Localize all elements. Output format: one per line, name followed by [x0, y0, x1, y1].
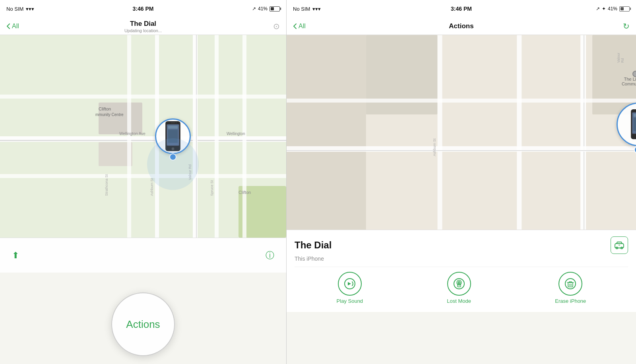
- map-area-left: Clifton mmunity Centre Wellington Ave We…: [0, 35, 286, 238]
- svg-rect-37: [634, 114, 636, 117]
- battery-fill-left: [271, 7, 274, 10]
- back-button-left[interactable]: All: [6, 23, 19, 30]
- svg-rect-17: [168, 126, 178, 129]
- actions-button[interactable]: Actions: [111, 292, 175, 356]
- directions-button[interactable]: [611, 236, 628, 254]
- left-phone: No SIM ▾▾▾ 3:46 PM ↗ 41% All The Dial Up…: [0, 0, 286, 364]
- play-sound-icon: [344, 278, 356, 290]
- nav-title-right: Actions: [449, 22, 473, 30]
- car-icon: [614, 241, 624, 249]
- map-area-right: Valour Rd Ashburn St The Living Christ C…: [287, 35, 636, 230]
- battery-pct-right: 41%: [608, 6, 617, 12]
- nav-title-left: The Dial: [124, 20, 162, 28]
- map-svg-right: [287, 35, 636, 230]
- nav-subtitle-left: Updating location...: [124, 28, 162, 33]
- map-svg-left: [0, 35, 286, 238]
- play-sound-item[interactable]: Play Sound: [337, 272, 363, 304]
- location-icon-left: ↗: [252, 6, 256, 12]
- location-radius-left: [147, 138, 199, 190]
- svg-rect-25: [287, 35, 366, 229]
- info-button-left[interactable]: ⓘ: [266, 250, 274, 261]
- svg-rect-12: [0, 95, 286, 99]
- nav-bar-right: All Actions ↻: [287, 17, 636, 35]
- device-info-panel: The Dial This iPhone: [287, 230, 636, 312]
- device-marker-right: [617, 103, 636, 154]
- actions-button-container: Actions: [111, 292, 175, 356]
- svg-rect-27: [580, 35, 586, 229]
- action-buttons-row: Play Sound Lost Mode: [295, 267, 628, 312]
- device-marker-left: [155, 118, 191, 161]
- status-right-left: ↗ 41%: [252, 6, 280, 12]
- svg-rect-46: [619, 244, 620, 246]
- church-marker: [632, 71, 636, 77]
- back-label-right: All: [299, 23, 306, 30]
- location-dot-right: [634, 145, 636, 154]
- battery-pct-left: 41%: [258, 6, 268, 12]
- back-label-left: All: [12, 23, 19, 30]
- svg-rect-32: [287, 150, 636, 151]
- status-right-right: ↗ ✦ 41%: [596, 6, 630, 12]
- wifi-icon-right: ▾▾▾: [312, 6, 321, 12]
- svg-rect-26: [366, 35, 438, 114]
- device-subtitle: This iPhone: [295, 256, 628, 262]
- time-right: 3:46 PM: [451, 6, 472, 12]
- svg-rect-9: [215, 35, 219, 238]
- erase-iphone-item[interactable]: Erase iPhone: [555, 272, 586, 304]
- play-sound-label: Play Sound: [337, 298, 363, 304]
- battery-icon-left: [270, 6, 280, 12]
- location-icon-right: ↗: [596, 6, 600, 12]
- iphone-icon-right: [628, 108, 636, 140]
- battery-fill-right: [620, 7, 624, 10]
- nav-bar-left: All The Dial Updating location... ⊙: [0, 17, 286, 35]
- carrier-left: No SIM: [6, 6, 23, 12]
- time-left: 3:46 PM: [133, 6, 154, 12]
- back-chevron-right: [293, 23, 297, 29]
- device-circle-right: [617, 103, 636, 146]
- carrier-right: No SIM: [293, 6, 310, 12]
- wifi-icon-left: ▾▾▾: [26, 6, 34, 12]
- loading-spinner-left: ⊙: [273, 21, 280, 31]
- svg-rect-7: [196, 35, 197, 238]
- svg-rect-13: [0, 174, 286, 178]
- lost-mode-circle: [447, 272, 471, 296]
- lost-mode-label: Lost Mode: [447, 298, 471, 304]
- svg-rect-33: [287, 99, 636, 103]
- lost-mode-item[interactable]: Lost Mode: [447, 272, 471, 304]
- svg-rect-28: [584, 35, 584, 229]
- nav-right-right[interactable]: ↻: [623, 21, 630, 31]
- svg-point-52: [459, 285, 460, 286]
- erase-iphone-label: Erase iPhone: [555, 298, 586, 304]
- status-bar-left: No SIM ▾▾▾ 3:46 PM ↗ 41%: [0, 0, 286, 17]
- svg-rect-11: [127, 35, 131, 238]
- svg-rect-2: [99, 103, 142, 134]
- svg-rect-29: [517, 35, 522, 229]
- bottom-bar-left: ⬆ ⓘ: [0, 238, 286, 273]
- svg-rect-21: [171, 122, 175, 123]
- device-name-row: The Dial: [295, 236, 628, 254]
- status-left-right: No SIM ▾▾▾: [293, 6, 321, 12]
- right-phone: No SIM ▾▾▾ 3:46 PM ↗ ✦ 41% All Actions ↻: [286, 0, 636, 364]
- map-label-church: The Living Christ Community Church: [620, 77, 636, 86]
- play-sound-circle: [338, 272, 362, 296]
- svg-point-22: [176, 122, 177, 124]
- battery-icon-right: [619, 6, 630, 12]
- device-name: The Dial: [295, 240, 332, 251]
- actions-button-label: Actions: [126, 318, 160, 331]
- refresh-icon[interactable]: ↻: [623, 22, 630, 31]
- nav-right-left: ⊙: [273, 21, 280, 31]
- svg-rect-10: [242, 35, 246, 238]
- svg-rect-6: [193, 35, 198, 238]
- bluetooth-icon-right: ✦: [602, 6, 606, 12]
- svg-rect-30: [438, 35, 442, 229]
- svg-rect-38: [634, 118, 636, 131]
- back-chevron-left: [6, 23, 10, 29]
- erase-iphone-circle: [558, 272, 582, 296]
- location-button-left[interactable]: ⬆: [12, 250, 19, 261]
- erase-icon: [564, 278, 576, 290]
- lost-mode-icon: [453, 278, 465, 290]
- back-button-right[interactable]: All: [293, 23, 306, 30]
- status-left: No SIM ▾▾▾: [6, 6, 34, 12]
- status-bar-right: No SIM ▾▾▾ 3:46 PM ↗ ✦ 41%: [287, 0, 636, 17]
